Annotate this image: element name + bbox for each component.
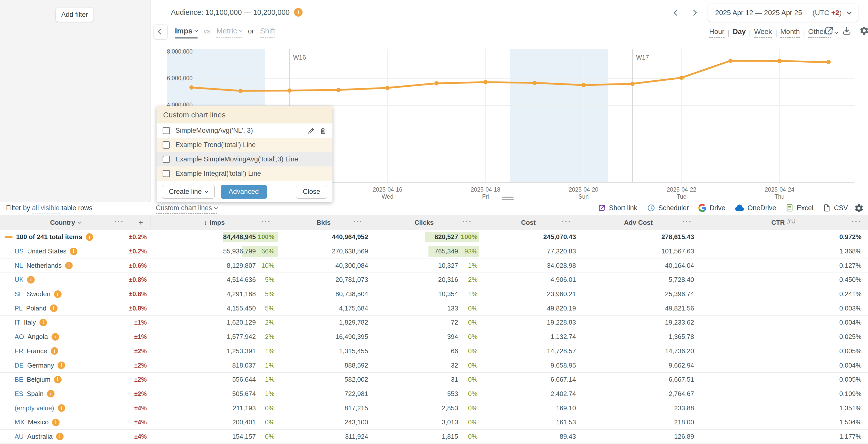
table-row[interactable]: ES Spain i ±2% 505,674 1% 722,981 553 0%…	[0, 387, 868, 401]
checkbox[interactable]	[163, 127, 170, 134]
date-range-picker[interactable]: 2025 Apr 12 — 2025 Apr 25 (UTC +2)	[708, 4, 858, 22]
clicks-pct-cell: 100%	[459, 230, 479, 244]
info-icon[interactable]: i	[27, 276, 35, 284]
column-menu-icon[interactable]	[353, 217, 363, 226]
filter-sidebar: Add filter	[0, 0, 151, 202]
column-header-cost[interactable]: Cost	[479, 215, 578, 230]
open-in-new-icon[interactable]	[824, 26, 834, 36]
country-cell: ES Spain i	[0, 387, 131, 401]
table-row[interactable]: AO Angola i ±1% 1,577,942 2% 16,490,395 …	[0, 330, 868, 344]
tab-day[interactable]: Day	[733, 28, 746, 38]
checkbox[interactable]	[163, 170, 170, 177]
onedrive-button[interactable]: OneDrive	[735, 203, 776, 213]
create-line-button[interactable]: Create line	[162, 185, 215, 199]
cost-cell: 161.53	[479, 415, 578, 430]
column-header-ctr[interactable]: CTRf(x)	[699, 215, 868, 230]
date-next-button[interactable]	[691, 10, 696, 16]
info-icon[interactable]: i	[51, 347, 58, 355]
column-header-bids[interactable]: Bids	[278, 215, 369, 230]
clicks-cell: 32	[369, 358, 459, 372]
download-icon[interactable]	[841, 26, 852, 36]
table-row[interactable]: IT Italy i ±1% 1,620,129 2% 1,829,782 72…	[0, 316, 868, 330]
info-icon[interactable]: i	[86, 233, 93, 241]
table-row[interactable]: UK i ±0.8% 4,514,636 5% 20,781,073 20,31…	[0, 273, 868, 287]
info-icon[interactable]: i	[70, 248, 78, 255]
date-prev-button[interactable]	[675, 10, 679, 16]
table-row[interactable]: 100 of 241 total items i ±0.2% 84,448,94…	[0, 230, 868, 244]
info-icon[interactable]: i	[52, 419, 60, 426]
table-settings-gear-icon[interactable]	[854, 203, 864, 214]
delete-trash-icon[interactable]	[319, 127, 327, 135]
primary-metric-dropdown[interactable]: Imps	[175, 27, 197, 38]
info-icon[interactable]: i	[56, 433, 64, 440]
info-icon[interactable]: i	[65, 262, 73, 269]
adv-cost-cell: 233.88	[578, 401, 699, 415]
scheduler-button[interactable]: Scheduler	[647, 204, 689, 212]
checkbox[interactable]	[163, 156, 170, 163]
column-header-adv-cost[interactable]: Adv Cost	[578, 215, 699, 230]
all-visible-link[interactable]: all visible	[32, 204, 60, 213]
table-row[interactable]: NL Netherlands i ±0.6% 8,129,807 10% 40,…	[0, 259, 868, 273]
adv-cost-cell: 49,821.56	[578, 301, 699, 315]
google-drive-button[interactable]: Drive	[699, 204, 725, 212]
advanced-button[interactable]: Advanced	[221, 185, 267, 199]
tab-month[interactable]: Month	[780, 28, 800, 38]
info-icon[interactable]: i	[54, 290, 62, 298]
table-row[interactable]: AU Australia i ±4% 154,157 0% 311,924 1,…	[0, 430, 868, 444]
info-icon[interactable]: i	[294, 8, 303, 17]
checkbox[interactable]	[163, 141, 170, 149]
column-header-imps[interactable]: ↓ Imps	[151, 215, 278, 230]
svg-text:W17: W17	[636, 54, 649, 61]
add-column-button[interactable]: +	[131, 215, 151, 230]
table-row[interactable]: PL Poland i ±0.8% 4,155,450 5% 4,175,684…	[0, 301, 868, 316]
column-menu-icon[interactable]	[462, 217, 472, 226]
table-row[interactable]: DE Germany i ±2% 818,037 1% 888,592 32 0…	[0, 358, 868, 373]
chart-line-item[interactable]: SimpleMovingAvg('NL', 3)	[157, 123, 333, 138]
column-menu-icon[interactable]	[114, 217, 124, 226]
y-axis-tick-label: 6,000,000	[167, 75, 192, 82]
close-button[interactable]: Close	[296, 185, 327, 199]
secondary-metric-dropdown[interactable]: Metric	[216, 27, 242, 38]
column-menu-icon[interactable]	[682, 217, 692, 226]
chart-line-item[interactable]: Example SimpleMovingAvg('total',3) Line	[157, 152, 333, 167]
ctr-cell: 0.450%	[699, 273, 868, 287]
chart-back-button[interactable]	[154, 25, 167, 39]
info-icon[interactable]: i	[54, 376, 62, 383]
table-row[interactable]: SE Sweden i ±0.8% 4,291,188 5% 80,738,50…	[0, 287, 868, 301]
chart-line-item[interactable]: Example Trend('total') Line	[157, 138, 333, 152]
table-row[interactable]: (empty value) i ±4% 211,193 0% 817,215 2…	[0, 401, 868, 415]
info-icon[interactable]: i	[50, 304, 58, 312]
country-code: IT	[14, 319, 20, 326]
ctr-cell: 1.351%	[699, 401, 868, 415]
table-row[interactable]: BE Belgium i ±2% 556,644 1% 582,002 31 0…	[0, 373, 868, 387]
utc-offset-label: (UTC +2)	[812, 9, 842, 17]
table-row[interactable]: MX Mexico i ±4% 200,401 0% 243,100 3,013…	[0, 415, 868, 430]
column-header-clicks[interactable]: Clicks	[369, 215, 479, 230]
info-icon[interactable]: i	[39, 319, 47, 326]
edit-pencil-icon[interactable]	[307, 127, 315, 135]
bids-cell: 1,315,455	[278, 344, 369, 358]
add-filter-button[interactable]: Add filter	[56, 7, 93, 22]
custom-chart-lines-dropdown[interactable]: Custom chart lines	[156, 204, 217, 214]
column-menu-icon[interactable]	[261, 217, 271, 226]
column-menu-icon[interactable]	[562, 217, 571, 226]
table-row[interactable]: FR France i ±2% 1,253,391 1% 1,315,455 6…	[0, 344, 868, 358]
info-icon[interactable]: i	[47, 390, 55, 397]
tab-hour[interactable]: Hour	[709, 28, 724, 38]
imps-cell: 84,448,945	[151, 230, 256, 244]
gear-icon[interactable]	[859, 26, 868, 36]
short-link-button[interactable]: Short link	[598, 204, 637, 212]
excel-export-button[interactable]: Excel	[785, 204, 813, 212]
csv-export-button[interactable]: CSV	[823, 204, 848, 212]
chart-line-item[interactable]: Example Integral('total') Line	[157, 167, 333, 181]
info-icon[interactable]: i	[58, 404, 65, 412]
column-header-country[interactable]: Country	[0, 215, 131, 230]
shift-toggle[interactable]: Shift	[260, 27, 275, 38]
ctr-cell: 0.972%	[699, 230, 868, 244]
clicks-cell: 820,527	[369, 230, 459, 244]
info-icon[interactable]: i	[52, 333, 59, 341]
info-icon[interactable]: i	[58, 361, 65, 369]
column-menu-icon[interactable]	[852, 217, 862, 226]
tab-week[interactable]: Week	[754, 28, 772, 38]
table-row[interactable]: US United States i ±0.2% 55,936,799 66% …	[0, 244, 868, 259]
